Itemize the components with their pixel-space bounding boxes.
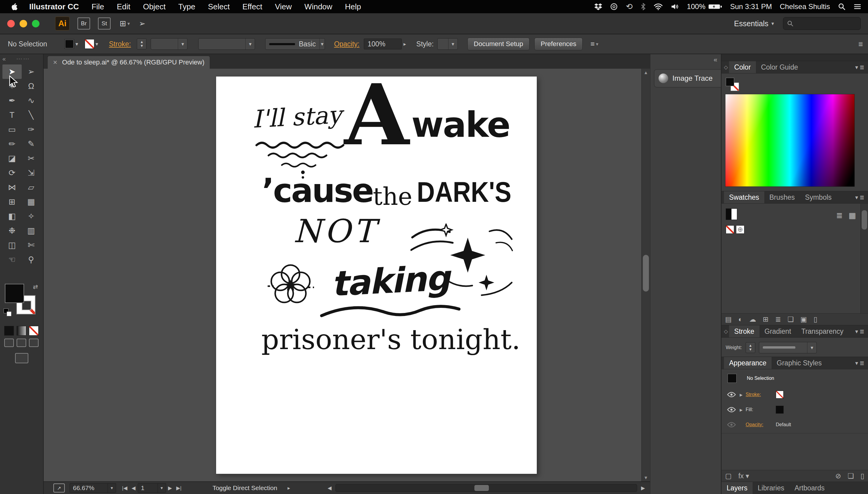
- first-artboard-button[interactable]: |◀: [122, 485, 128, 491]
- pen-tool[interactable]: ✒: [2, 93, 22, 108]
- fill-color-swatch[interactable]: [64, 39, 74, 49]
- align-options-button[interactable]: ≡▾: [590, 40, 598, 48]
- volume-icon[interactable]: [670, 3, 679, 10]
- creative-cloud-icon[interactable]: [610, 3, 618, 11]
- last-artboard-button[interactable]: ▶|: [176, 485, 182, 491]
- stroke-panel-menu-icon[interactable]: ▾≣: [855, 325, 868, 337]
- control-panel-menu-icon[interactable]: ≣: [858, 40, 863, 48]
- delete-swatch-icon[interactable]: ▯: [814, 316, 818, 324]
- artwork-text-the[interactable]: the: [373, 183, 412, 211]
- time-machine-icon[interactable]: ⟲: [626, 2, 633, 12]
- scale-tool[interactable]: ⇲: [22, 166, 41, 180]
- artboard-number-field[interactable]: 1▾: [138, 483, 166, 493]
- new-art-appearance-icon[interactable]: ▢: [725, 472, 732, 480]
- rotate-tool[interactable]: ⟳: [2, 166, 22, 180]
- default-fill-stroke-icon[interactable]: [4, 308, 12, 316]
- horizontal-scrollbar-thumb[interactable]: [474, 485, 489, 491]
- opacity-visibility-eye-icon[interactable]: [726, 422, 737, 428]
- tab-gradient[interactable]: Gradient: [759, 325, 796, 337]
- show-swatch-kinds-icon[interactable]: ⊞: [763, 316, 769, 324]
- eraser-tool[interactable]: ◪: [2, 151, 22, 166]
- canvas[interactable]: I'll stay A wake ’cause the DARK'S NOT: [44, 69, 650, 481]
- artboard-tool[interactable]: ◫: [2, 238, 22, 252]
- dock-collapse-icon[interactable]: «: [714, 56, 717, 64]
- scroll-down-icon[interactable]: ▼: [642, 475, 650, 480]
- menu-edit[interactable]: Edit: [111, 2, 137, 12]
- gradient-tool[interactable]: ◧: [2, 209, 22, 224]
- scroll-right-icon[interactable]: ▶: [641, 485, 645, 491]
- notification-center-icon[interactable]: [853, 3, 861, 10]
- previous-artboard-button[interactable]: ◀: [132, 485, 136, 491]
- tab-graphic-styles[interactable]: Graphic Styles: [772, 357, 827, 369]
- draw-normal-button[interactable]: [4, 339, 14, 347]
- wifi-icon[interactable]: [654, 3, 663, 10]
- duplicate-item-icon[interactable]: ❏: [848, 472, 854, 480]
- artwork-swoosh-underline[interactable]: [318, 300, 463, 324]
- color-button[interactable]: [4, 326, 14, 336]
- tab-color[interactable]: Color: [729, 61, 756, 73]
- grid-view-icon[interactable]: ▦: [848, 211, 856, 220]
- paintbrush-tool[interactable]: ✑: [22, 122, 41, 137]
- new-swatch-icon[interactable]: ▣: [800, 316, 807, 324]
- appearance-fill-label[interactable]: Fill:: [746, 407, 776, 412]
- delete-item-icon[interactable]: ▯: [861, 472, 864, 480]
- curvature-tool[interactable]: ∿: [22, 93, 41, 108]
- menu-help[interactable]: Help: [339, 2, 367, 12]
- fill-disclosure-icon[interactable]: ▸: [737, 406, 746, 413]
- toolbar-collapse-icon[interactable]: «: [2, 55, 6, 62]
- shaper-tool[interactable]: ✏: [2, 137, 22, 151]
- lasso-tool[interactable]: Ω: [22, 79, 41, 93]
- artwork-text-awake-A[interactable]: A: [344, 81, 409, 149]
- weight-stepper[interactable]: ▲▼: [746, 342, 755, 353]
- stroke-weight-stepper[interactable]: ▲▼: [137, 39, 146, 50]
- appearance-stroke-label[interactable]: Stroke:: [746, 392, 776, 397]
- artwork-text-ill-stay[interactable]: I'll stay: [252, 101, 343, 133]
- appearance-panel-menu-icon[interactable]: ▾≣: [855, 357, 868, 369]
- battery-status[interactable]: 100%: [687, 2, 722, 11]
- artwork-text-not[interactable]: NOT: [293, 213, 377, 250]
- stock-button[interactable]: St: [98, 17, 111, 30]
- minimize-window-button[interactable]: [20, 20, 27, 27]
- menu-object[interactable]: Object: [136, 2, 172, 12]
- tab-symbols[interactable]: Symbols: [800, 191, 837, 203]
- symbol-sprayer-tool[interactable]: ❉: [2, 224, 22, 238]
- workspace-switcher[interactable]: Essentials▾: [734, 19, 774, 28]
- menu-illustrator[interactable]: Illustrator CC: [23, 2, 85, 12]
- tab-artboards[interactable]: Artboards: [789, 482, 830, 494]
- artwork-text-awake-rest[interactable]: wake: [411, 104, 510, 145]
- swap-fill-stroke-icon[interactable]: ⇄: [33, 283, 38, 290]
- stroke-disclosure-icon[interactable]: ▸: [737, 391, 746, 398]
- mesh-tool[interactable]: ▦: [22, 195, 41, 209]
- export-icon[interactable]: ↗: [53, 483, 65, 493]
- horizontal-scrollbar[interactable]: ◀ ▶: [326, 483, 647, 493]
- eyedropper-tool[interactable]: ✧: [22, 209, 41, 224]
- opacity-panel-link[interactable]: Opacity:: [334, 40, 359, 48]
- swatch-options-icon[interactable]: ≣: [775, 316, 781, 324]
- menu-type[interactable]: Type: [172, 2, 202, 12]
- artwork-text-taking[interactable]: taking: [330, 258, 450, 304]
- appearance-opacity-label[interactable]: Opacity:: [746, 422, 776, 428]
- status-options-icon[interactable]: ▸: [288, 485, 290, 491]
- column-graph-tool[interactable]: ▥: [22, 224, 41, 238]
- fill-indicator[interactable]: [5, 284, 24, 303]
- horizontal-scrollbar-track[interactable]: [335, 484, 637, 492]
- clear-appearance-icon[interactable]: ⊘: [835, 472, 841, 480]
- menu-file[interactable]: File: [85, 2, 111, 12]
- color-panel-menu-icon[interactable]: ▾≣: [855, 61, 868, 73]
- swatch-none[interactable]: [726, 225, 734, 234]
- swatch-libraries-icon[interactable]: ▤: [725, 316, 732, 324]
- document-setup-button[interactable]: Document Setup: [467, 38, 530, 50]
- gradient-button[interactable]: [17, 326, 26, 336]
- close-window-button[interactable]: [7, 20, 15, 27]
- stroke-collapse-icon[interactable]: ◇: [722, 325, 729, 337]
- appearance-fill-row[interactable]: ▸ Fill:: [722, 403, 861, 416]
- variable-width-combo[interactable]: ▾: [198, 38, 255, 50]
- brush-definition-combo[interactable]: Basic ▾: [265, 38, 325, 50]
- document-tab[interactable]: × Ode to sleep.ai* @ 66.67% (RGB/GPU Pre…: [47, 56, 210, 69]
- color-collapse-icon[interactable]: ◇: [722, 61, 729, 73]
- dropbox-icon[interactable]: [594, 3, 602, 11]
- tab-stroke[interactable]: Stroke: [729, 325, 759, 337]
- artboard[interactable]: I'll stay A wake ’cause the DARK'S NOT: [216, 77, 537, 474]
- cloud-sync-icon[interactable]: ☁: [749, 316, 756, 324]
- screen-mode-button[interactable]: [15, 353, 28, 363]
